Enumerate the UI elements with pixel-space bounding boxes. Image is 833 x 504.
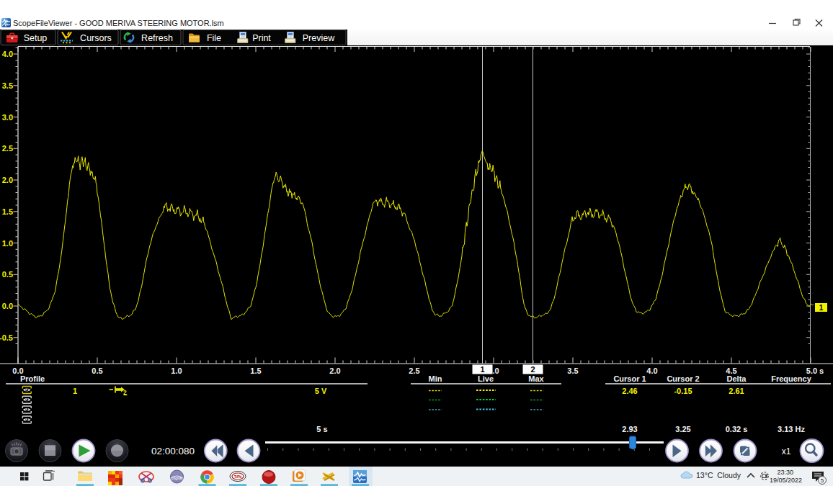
svg-text:Digital: Digital [172,476,182,480]
svg-text:1.0: 1.0 [2,239,13,248]
svg-text:Setup: Setup [24,33,48,43]
svg-text:Refresh: Refresh [141,33,173,43]
svg-text:2: 2 [530,365,535,374]
svg-text:TiPb: TiPb [234,474,242,479]
svg-text:0.0: 0.0 [2,302,13,310]
svg-text:2.46: 2.46 [622,387,637,395]
svg-text:Min: Min [429,374,442,383]
svg-text:0.5: 0.5 [92,366,102,375]
svg-text:1: 1 [73,387,77,395]
svg-text:02:00:080: 02:00:080 [151,446,195,456]
svg-text:4.0: 4.0 [2,50,13,58]
svg-text:Delta: Delta [727,374,747,383]
svg-text:Cursors: Cursors [80,33,112,43]
svg-text:2.61: 2.61 [729,387,744,395]
svg-text:5 V: 5 V [315,387,327,395]
svg-text:2.93: 2.93 [622,425,637,433]
svg-text:3.25: 3.25 [675,425,690,433]
svg-text:23:30: 23:30 [777,469,793,476]
svg-text:2.0: 2.0 [2,176,13,184]
svg-text:Profile: Profile [20,374,45,383]
svg-text:1.5: 1.5 [2,207,13,216]
svg-text:13°C Cloudy: 13°C Cloudy [696,471,741,480]
svg-text:5 s: 5 s [316,425,327,433]
svg-text:Frequency: Frequency [771,374,812,383]
svg-text:Cursor 2: Cursor 2 [667,374,699,383]
svg-text:5: 5 [821,477,824,484]
svg-text:-0.15: -0.15 [674,387,692,395]
svg-text:3.5: 3.5 [567,366,578,375]
svg-text:File: File [207,33,221,43]
svg-text:1: 1 [819,304,824,312]
svg-text:3.13 Hz: 3.13 Hz [778,425,805,433]
svg-text:3.0: 3.0 [2,113,13,122]
svg-text:Max: Max [528,374,544,383]
svg-text:2.5: 2.5 [409,366,419,375]
svg-text:Preview: Preview [303,33,335,43]
svg-text:2.0: 2.0 [329,366,340,375]
svg-text:-0.5: -0.5 [0,333,13,342]
svg-text:1.0: 1.0 [171,366,182,375]
svg-text:5.0 s: 5.0 s [806,366,824,375]
svg-text:4.0: 4.0 [646,366,657,375]
svg-text:Print: Print [252,33,271,43]
svg-text:1: 1 [480,365,484,374]
svg-text:0.5: 0.5 [2,270,13,279]
svg-text:19/05/2022: 19/05/2022 [770,477,802,484]
svg-text:Live: Live [478,374,494,383]
svg-text:4.5: 4.5 [726,366,736,375]
svg-text:1.5: 1.5 [250,366,261,375]
svg-text:0.32 s: 0.32 s [726,425,748,433]
svg-text:2.5: 2.5 [2,144,13,153]
svg-text:0.0: 0.0 [12,366,23,375]
svg-text:3.5: 3.5 [2,81,13,90]
svg-text:x1: x1 [782,446,791,456]
svg-text:Cursor 1: Cursor 1 [613,374,646,383]
